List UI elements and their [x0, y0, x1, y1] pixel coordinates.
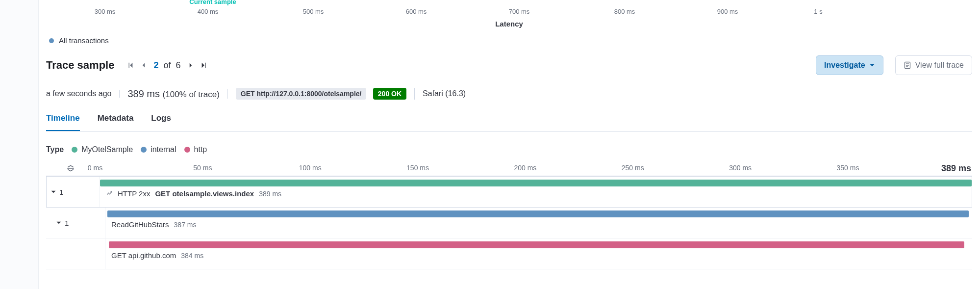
axis-tick: 350 ms [836, 164, 859, 172]
pager-first-button[interactable] [127, 62, 134, 69]
trace-pager: 2 of 6 [127, 60, 207, 71]
chevron-down-icon [50, 189, 56, 195]
type-item: internal [141, 145, 176, 154]
span-duration: 389 ms [259, 190, 281, 198]
axis-tick: 500 ms [303, 8, 324, 15]
span-bar[interactable] [100, 180, 972, 186]
type-name: internal [151, 145, 176, 154]
axis-tick: 50 ms [193, 164, 212, 172]
axis-tick: 600 ms [406, 8, 427, 15]
status-badge: 200 OK [373, 88, 406, 100]
chart-legend: All transactions [46, 29, 972, 55]
investigate-button[interactable]: Investigate [816, 55, 883, 75]
trace-duration-pct: (100% of trace) [163, 90, 220, 99]
child-count: 1 [65, 219, 69, 227]
type-item: http [184, 145, 207, 154]
type-label: Type [46, 145, 64, 154]
axis-tick: 0 ms [88, 164, 102, 172]
axis-tick: 100 ms [299, 164, 322, 172]
span-bar[interactable] [107, 210, 969, 217]
result-icon [106, 190, 113, 197]
span-name: ReadGitHubStars [111, 220, 169, 229]
row-toggle[interactable]: 1 [47, 177, 100, 207]
axis-tick: 1 s [814, 8, 822, 15]
trace-duration: 389 ms (100% of trace) [120, 89, 227, 99]
type-item: MyOtelSample [72, 145, 133, 154]
latency-axis: Current sample 300 ms 400 ms 500 ms 600 … [46, 0, 972, 29]
chevron-down-icon [869, 62, 875, 68]
chevron-left-icon [141, 62, 147, 69]
view-full-trace-label: View full trace [915, 61, 964, 70]
row-toggle [46, 238, 105, 269]
section-title: Trace sample [46, 59, 114, 72]
pager-total: 6 [176, 60, 181, 70]
tab-metadata[interactable]: Metadata [98, 113, 134, 131]
axis-tick: 700 ms [509, 8, 530, 15]
view-full-trace-button[interactable]: View full trace [895, 55, 972, 75]
tab-timeline[interactable]: Timeline [46, 113, 80, 131]
type-name: http [194, 145, 207, 154]
pager-current: 2 [153, 60, 158, 70]
chevron-right-icon [188, 62, 194, 69]
waterfall: 0 ms 50 ms 100 ms 150 ms 200 ms 250 ms 3… [46, 161, 972, 269]
type-dot-icon [72, 147, 77, 153]
tab-logs[interactable]: Logs [151, 113, 171, 131]
row-toggle[interactable]: 1 [46, 208, 105, 238]
axis-title: Latency [495, 20, 523, 28]
type-dot-icon [184, 147, 190, 153]
pager-last-button[interactable] [201, 62, 207, 69]
pager-of: of [163, 60, 171, 70]
span-bar[interactable] [109, 241, 964, 248]
axis-tick: 300 ms [729, 164, 752, 172]
axis-tick: 300 ms [95, 8, 116, 15]
waterfall-total: 389 ms [932, 163, 972, 174]
span-label: HTTP 2xx GET otelsample.views.index 389 … [106, 189, 281, 198]
span-label: GET api.github.com 384 ms [111, 251, 203, 260]
trace-timestamp: a few seconds ago [46, 90, 120, 98]
trace-tabs: Timeline Metadata Logs [46, 113, 972, 131]
left-gutter [0, 0, 39, 289]
type-dot-icon [141, 147, 147, 153]
span-row[interactable]: GET api.github.com 384 ms [46, 238, 972, 269]
document-icon [904, 61, 911, 69]
axis-tick: 400 ms [198, 8, 219, 15]
last-page-icon [201, 62, 207, 69]
child-count: 1 [59, 188, 63, 196]
span-duration: 387 ms [174, 221, 197, 229]
current-sample-label: Current sample [189, 0, 236, 5]
legend-label: All transactions [59, 36, 109, 45]
collapse-all-icon[interactable] [66, 164, 75, 173]
span-label: ReadGitHubStars 387 ms [111, 220, 196, 229]
http-result: HTTP 2xx [118, 189, 150, 198]
request-badge: GET http://127.0.0.1:8000/otelsample/ [236, 88, 367, 100]
span-row[interactable]: 1 HTTP 2xx GET otelsample.views.index 38… [46, 176, 972, 208]
type-name: MyOtelSample [81, 145, 133, 154]
axis-tick: 250 ms [622, 164, 644, 172]
chevron-down-icon [56, 220, 62, 226]
axis-tick: 150 ms [406, 164, 429, 172]
pager-count: 2 of 6 [153, 60, 180, 71]
pager-prev-button[interactable] [141, 62, 147, 69]
span-duration: 384 ms [181, 252, 203, 260]
waterfall-axis: 0 ms 50 ms 100 ms 150 ms 200 ms 250 ms 3… [95, 161, 932, 176]
axis-tick: 900 ms [717, 8, 738, 15]
span-name: GET api.github.com [111, 251, 176, 260]
span-type-legend: Type MyOtelSample internal http [46, 145, 972, 154]
pager-next-button[interactable] [188, 62, 194, 69]
axis-tick: 200 ms [514, 164, 536, 172]
span-name: GET otelsample.views.index [155, 189, 254, 198]
first-page-icon [127, 62, 134, 69]
trace-browser: Safari (16.3) [415, 90, 474, 98]
trace-request-cell: GET http://127.0.0.1:8000/otelsample/ 20… [228, 88, 415, 100]
investigate-label: Investigate [824, 61, 865, 70]
span-row[interactable]: 1 ReadGitHubStars 387 ms [46, 208, 972, 238]
axis-tick: 800 ms [614, 8, 635, 15]
legend-dot-icon [49, 38, 54, 43]
trace-duration-value: 389 ms [127, 88, 160, 99]
